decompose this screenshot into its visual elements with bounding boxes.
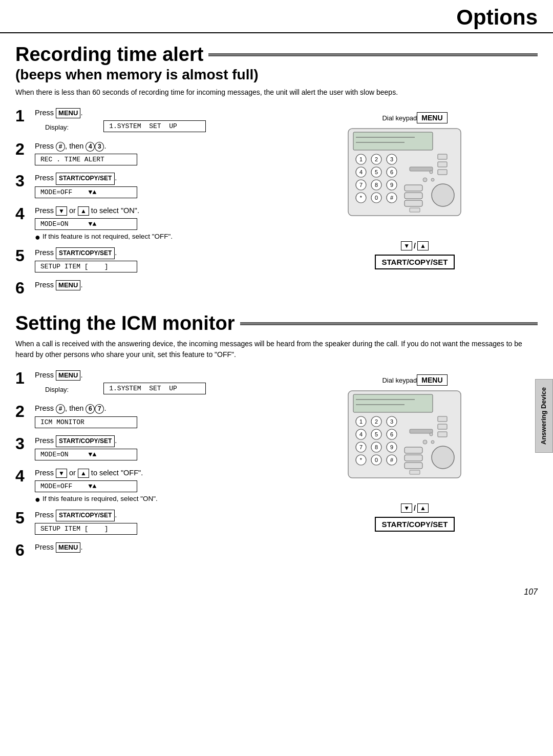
page-title: Options	[456, 5, 538, 29]
svg-text:6: 6	[390, 431, 393, 437]
step-1-3: 3 Press START/COPY/SET. MODE=OFF ▼▲	[15, 172, 282, 199]
svg-text:1: 1	[359, 156, 363, 162]
section2-device-col: Dial keypad MENU 1 2 3 4 5 6	[292, 369, 538, 564]
svg-rect-68	[438, 416, 447, 422]
step1-5-display: SETUP ITEM [ ]	[35, 261, 137, 272]
device-svg-2: 1 2 3 4 5 6 7 8 9 * 0	[343, 388, 486, 501]
step-2-4: 4 Press ▼ or ▲ to select "OFF". MODE=OFF…	[15, 467, 282, 504]
svg-text:7: 7	[359, 444, 363, 450]
step1-4-display: MODE=ON ▼▲	[35, 218, 137, 230]
section1-rule	[208, 53, 538, 56]
step-1-1: 1 Press MENU. Display: 1.SYSTEM SET UP	[15, 107, 282, 135]
step2-3-display: MODE=ON ▼▲	[35, 449, 137, 460]
nav-arrows-2: ▼ / ▲	[401, 503, 429, 513]
key-7: 7	[95, 404, 104, 414]
key-4: 4	[86, 142, 95, 152]
svg-text:6: 6	[390, 169, 393, 175]
key-6: 6	[86, 404, 95, 414]
step2-1-display: 1.SYSTEM SET UP	[103, 383, 206, 394]
svg-point-74	[431, 440, 434, 444]
section2-desc: When a call is received with the answeri…	[15, 339, 538, 360]
nav-up-2: ▲	[417, 503, 429, 513]
device-svg-1: 1 2 3 4 5 6 7 8 9 *	[343, 126, 486, 239]
start-copy-set-key-s2-2: START/COPY/SET	[56, 510, 115, 521]
start-copy-set-key-s2-1: START/COPY/SET	[56, 435, 115, 447]
svg-rect-41	[353, 394, 433, 412]
down-arrow-key-s2: ▼	[56, 469, 67, 478]
step-2-3: 3 Press START/COPY/SET. MODE=ON ▼▲	[15, 435, 282, 462]
page-number: 107	[0, 585, 553, 599]
step1-3-display: MODE=OFF ▼▲	[35, 186, 137, 198]
nav-up-1: ▲	[417, 241, 429, 250]
svg-point-73	[430, 433, 433, 436]
svg-text:0: 0	[375, 195, 378, 201]
down-arrow-key: ▼	[56, 206, 67, 216]
start-copy-set-btn-2: START/COPY/SET	[375, 517, 455, 532]
nav-arrows-1: ▼ / ▲	[401, 241, 429, 250]
svg-point-38	[432, 184, 454, 206]
svg-text:0: 0	[375, 457, 378, 463]
sidebar-tab: Answering Device	[535, 379, 553, 453]
step2-4-display: MODE=OFF ▼▲	[35, 480, 137, 492]
svg-rect-71	[410, 429, 433, 433]
svg-text:4: 4	[359, 169, 363, 175]
svg-rect-75	[405, 447, 422, 453]
section2-two-col: 1 Press MENU. Display: 1.SYSTEM SET UP 2…	[15, 369, 538, 564]
step-1-2: 2 Press #, then 43. REC . TIME ALERT	[15, 140, 282, 167]
section2-rule	[240, 322, 538, 325]
section2-title: Setting the ICM monitor	[15, 312, 235, 334]
step2-2-display: ICM MONITOR	[35, 416, 137, 428]
section1-steps: 1 Press MENU. Display: 1.SYSTEM SET UP 2…	[15, 107, 282, 302]
section2-title-block: Setting the ICM monitor	[15, 312, 538, 334]
svg-text:#: #	[390, 457, 394, 463]
svg-rect-31	[410, 167, 433, 171]
svg-text:7: 7	[359, 182, 363, 188]
svg-text:*: *	[360, 195, 363, 201]
step-1-4: 4 Press ▼ or ▲ to select "ON". MODE=ON ▼…	[15, 205, 282, 242]
menu-key2: MENU	[56, 280, 80, 290]
dial-keypad-label-2: Dial keypad	[382, 376, 417, 384]
svg-rect-69	[438, 424, 447, 429]
svg-text:1: 1	[359, 418, 363, 425]
svg-rect-76	[405, 455, 422, 461]
menu-key-s2-1: MENU	[56, 370, 80, 381]
step2-5-display: SETUP ITEM [ ]	[35, 523, 137, 535]
svg-rect-79	[410, 470, 420, 474]
svg-text:9: 9	[390, 182, 393, 188]
svg-point-33	[430, 171, 433, 174]
step-1-5: 5 Press START/COPY/SET. SETUP ITEM [ ]	[15, 247, 282, 274]
menu-button-label-2: MENU	[417, 374, 447, 386]
up-arrow-key: ▲	[78, 206, 89, 216]
section1-title-block: Recording time alert	[15, 44, 538, 66]
svg-text:2: 2	[375, 156, 378, 162]
page-header: Options	[0, 0, 553, 33]
svg-text:9: 9	[390, 444, 393, 450]
svg-point-32	[423, 178, 427, 182]
step-1-6: 6 Press MENU.	[15, 279, 282, 297]
main-content: Recording time alert (beeps when memory …	[0, 33, 553, 585]
menu-key-s2-6: MENU	[56, 542, 80, 553]
svg-text:8: 8	[375, 444, 378, 450]
svg-text:5: 5	[375, 431, 378, 437]
svg-rect-77	[405, 463, 422, 469]
step-2-1: 1 Press MENU. Display: 1.SYSTEM SET UP	[15, 369, 282, 397]
step1-1-display: 1.SYSTEM SET UP	[103, 120, 206, 132]
key-3: 3	[95, 142, 104, 152]
svg-text:3: 3	[390, 418, 393, 425]
svg-text:3: 3	[390, 156, 393, 162]
section1-device-col: Dial keypad MENU 1 2 3	[292, 107, 538, 302]
step-2-5: 5 Press START/COPY/SET. SETUP ITEM [ ]	[15, 509, 282, 536]
up-arrow-key-s2: ▲	[78, 469, 89, 478]
step2-4-note: ● If this feature is required, select "O…	[35, 495, 282, 504]
section2-steps: 1 Press MENU. Display: 1.SYSTEM SET UP 2…	[15, 369, 282, 564]
section1-two-col: 1 Press MENU. Display: 1.SYSTEM SET UP 2…	[15, 107, 538, 302]
svg-rect-39	[410, 208, 420, 212]
svg-point-72	[423, 440, 427, 444]
svg-text:*: *	[360, 457, 363, 463]
nav-down-2: ▼	[401, 503, 412, 513]
svg-point-34	[431, 178, 434, 181]
nav-down-1: ▼	[401, 241, 412, 250]
svg-text:2: 2	[375, 418, 378, 425]
section1-desc: When there is less than 60 seconds of re…	[15, 87, 538, 98]
section1-subtitle: (beeps when memory is almost full)	[15, 67, 538, 83]
